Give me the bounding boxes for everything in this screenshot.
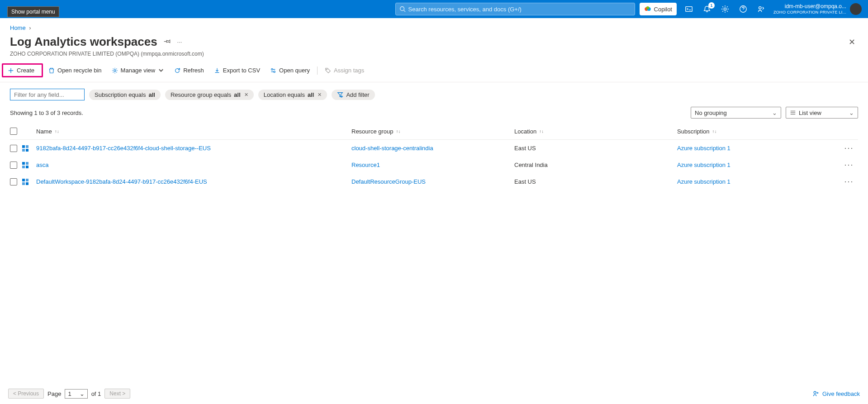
sort-icon: ↑↓ (712, 129, 717, 134)
azure-header: Show portal menu t Azure Copilot 1 (0, 0, 868, 18)
record-summary-row: Showing 1 to 3 of 3 records. No grouping… (0, 104, 868, 123)
location-filter-pill[interactable]: Location equals all ✕ (258, 90, 327, 100)
chevron-down-icon: ⌄ (849, 109, 854, 116)
chevron-down-icon: ⌄ (772, 109, 777, 116)
settings-icon[interactable] (721, 5, 729, 13)
svg-rect-30 (22, 182, 25, 185)
copilot-button[interactable]: Copilot (640, 3, 677, 15)
chevron-right-icon: › (29, 24, 31, 31)
workspace-name-link[interactable]: asca (36, 162, 48, 168)
subscription-link[interactable]: Azure subscription 1 (677, 145, 730, 152)
workspace-name-link[interactable]: DefaultWorkspace-9182bafa-8d24-4497-b917… (36, 178, 207, 185)
col-location[interactable]: Location↑↓ (514, 128, 677, 135)
search-input[interactable] (408, 6, 631, 13)
global-search[interactable] (395, 3, 635, 15)
table-row: ascaResource1Central IndiaAzure subscrip… (10, 157, 858, 173)
command-toolbar: Create Open recycle bin Manage view Refr… (0, 62, 868, 82)
export-csv-label: Export to CSV (223, 67, 260, 74)
search-icon (399, 6, 406, 12)
svg-point-8 (759, 7, 761, 9)
subscription-link[interactable]: Azure subscription 1 (677, 162, 730, 168)
breadcrumb: Home › (0, 18, 868, 34)
assign-tags-button: Assign tags (320, 65, 369, 76)
resource-group-link[interactable]: cloud-shell-storage-centralindia (351, 145, 433, 152)
svg-point-0 (400, 7, 404, 11)
page-subtitle: ZOHO CORPORATION PRIVATE LIMITED (OMPQA)… (0, 49, 868, 62)
row-more-icon[interactable]: ··· (840, 177, 858, 186)
open-query-button[interactable]: Open query (266, 65, 314, 76)
workspace-icon (22, 145, 29, 152)
open-recycle-button[interactable]: Open recycle bin (44, 65, 106, 76)
row-more-icon[interactable]: ··· (840, 160, 858, 170)
svg-rect-27 (26, 166, 28, 168)
close-icon[interactable]: ✕ (318, 92, 322, 98)
col-subscription[interactable]: Subscription↑↓ (677, 128, 840, 135)
svg-line-1 (403, 10, 405, 12)
assign-tags-label: Assign tags (334, 67, 364, 74)
grouping-select[interactable]: No grouping ⌄ (691, 107, 781, 119)
svg-rect-22 (22, 149, 25, 152)
svg-rect-29 (26, 179, 28, 181)
svg-rect-21 (26, 145, 28, 148)
row-checkbox[interactable] (10, 145, 17, 152)
row-checkbox[interactable] (10, 162, 17, 169)
cloud-shell-icon[interactable] (685, 5, 693, 13)
sort-icon: ↑↓ (396, 129, 401, 134)
manage-view-button[interactable]: Manage view (107, 65, 169, 76)
svg-rect-31 (26, 182, 28, 185)
table-row: 9182bafa-8d24-4497-b917-cc26e432f6f4-clo… (10, 140, 858, 157)
feedback-icon[interactable] (757, 5, 765, 13)
svg-point-14 (327, 69, 327, 70)
svg-rect-23 (26, 149, 28, 152)
filter-input[interactable] (10, 89, 85, 100)
notification-badge: 1 (708, 2, 715, 9)
recycle-label: Open recycle bin (57, 67, 102, 74)
view-mode-value: List view (799, 109, 821, 116)
svg-rect-24 (22, 162, 25, 165)
sort-icon: ↑↓ (55, 129, 59, 134)
resource-group-link[interactable]: Resource1 (351, 162, 380, 168)
svg-rect-20 (22, 145, 25, 148)
location-cell: East US (514, 145, 677, 152)
pin-icon[interactable] (164, 38, 171, 46)
close-icon[interactable]: ✕ (849, 37, 855, 47)
svg-rect-5 (686, 7, 692, 12)
select-all-checkbox[interactable] (10, 128, 17, 135)
col-name[interactable]: Name↑↓ (36, 128, 351, 135)
close-icon[interactable]: ✕ (244, 92, 248, 98)
svg-rect-28 (22, 179, 25, 181)
row-checkbox[interactable] (10, 178, 17, 185)
svg-point-4 (646, 6, 649, 10)
manage-view-label: Manage view (121, 67, 156, 74)
filter-bar: Subscription equals all Resource group e… (0, 82, 868, 104)
col-resource-group[interactable]: Resource group↑↓ (351, 128, 514, 135)
workspace-icon (22, 178, 29, 185)
help-icon[interactable] (739, 5, 747, 13)
breadcrumb-home[interactable]: Home (10, 24, 26, 31)
subscription-link[interactable]: Azure subscription 1 (677, 178, 730, 185)
location-cell: East US (514, 178, 677, 185)
more-icon[interactable]: ··· (177, 38, 182, 45)
account-org: ZOHO CORPORATION PRIVATE LI... (773, 10, 846, 15)
add-filter-label: Add filter (346, 91, 369, 98)
resource-group-filter-pill[interactable]: Resource group equals all ✕ (165, 90, 254, 100)
svg-point-6 (724, 8, 726, 10)
refresh-label: Refresh (183, 67, 204, 74)
subscription-filter-pill[interactable]: Subscription equals all (89, 90, 161, 100)
row-more-icon[interactable]: ··· (840, 143, 858, 153)
add-filter-button[interactable]: Add filter (332, 90, 375, 100)
account-menu[interactable]: idm-mb-user@ompqa.o... ZOHO CORPORATION … (773, 3, 862, 15)
svg-rect-26 (22, 166, 25, 168)
account-email: idm-mb-user@ompqa.o... (773, 3, 846, 10)
workspace-name-link[interactable]: 9182bafa-8d24-4497-b917-cc26e432f6f4-clo… (36, 145, 211, 152)
table-header: Name↑↓ Resource group↑↓ Location↑↓ Subsc… (10, 123, 858, 140)
add-filter-icon (337, 91, 343, 98)
refresh-button[interactable]: Refresh (170, 65, 209, 76)
record-count: Showing 1 to 3 of 3 records. (10, 109, 83, 116)
create-button[interactable]: Create (3, 65, 39, 76)
resource-group-link[interactable]: DefaultResourceGroup-EUS (351, 178, 426, 185)
export-csv-button[interactable]: Export to CSV (209, 65, 265, 76)
view-mode-select[interactable]: List view ⌄ (786, 107, 858, 119)
location-cell: Central India (514, 162, 677, 168)
notifications-icon[interactable]: 1 (703, 5, 711, 13)
